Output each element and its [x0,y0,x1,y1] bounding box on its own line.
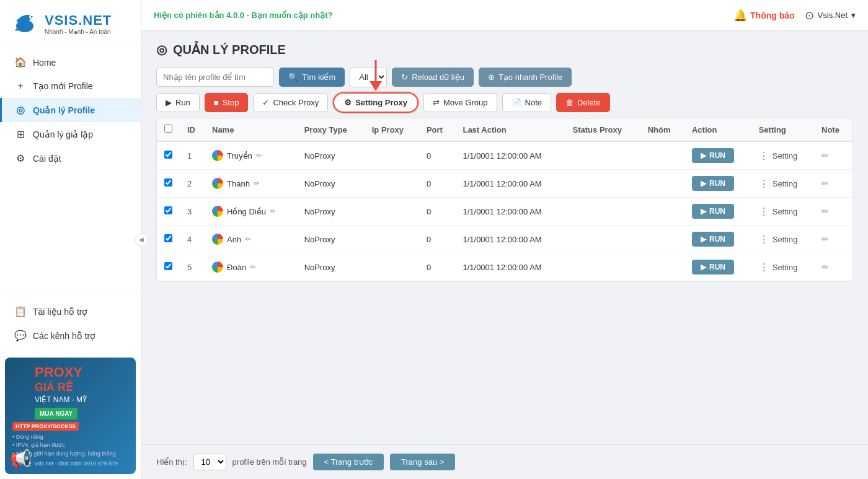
row-setting: ⋮ Setting [751,253,814,281]
row-checkbox[interactable] [164,234,172,242]
edit-name-icon[interactable]: ✏ [245,235,251,244]
stop-button[interactable]: ■ Stop [205,93,249,112]
row-status-proxy [565,141,640,170]
toolbar-row-1: 🔍 Tìm kiếm All ↻ Reload dữ liệu ⊕ Tạo nh… [156,67,853,87]
sidebar-collapse-button[interactable]: ◀ [135,233,148,247]
row-last-action: 1/1/0001 12:00:00 AM [455,253,565,281]
dots-menu-icon[interactable]: ⋮ [759,234,769,245]
prev-page-button[interactable]: < Trang trước [313,454,384,470]
th-setting: Setting [751,118,814,141]
reload-button[interactable]: ↻ Reload dữ liệu [392,68,474,87]
setting-proxy-button[interactable]: ⚙ Setting Proxy [333,92,418,113]
page-title: ◎ QUẢN LÝ PROFILE [156,42,853,57]
edit-note-icon[interactable]: ✏ [822,206,829,216]
row-nhom [640,170,684,198]
table-row: 3 Hồng Diều ✏ NoProxy 0 1/1/0001 12:00:0… [157,198,852,226]
search-input[interactable] [156,68,274,87]
sidebar-item-label: Quản lý giả lập [33,130,93,139]
setting-proxy-icon: ⚙ [344,98,352,107]
setting-label[interactable]: Setting [773,151,797,160]
megaphone-icon: 📢 [10,449,32,469]
row-setting: ⋮ Setting [751,198,814,226]
edit-name-icon[interactable]: ✏ [250,263,256,271]
play-icon: ▶ [701,179,706,188]
ad-country: VIỆT NAM - MỸ [35,395,128,404]
move-group-button[interactable]: ⇄ Move Group [423,93,497,112]
row-note: ✏ [814,226,852,253]
row-last-action: 1/1/0001 12:00:00 AM [455,141,565,170]
edit-name-icon[interactable]: ✏ [254,179,260,188]
search-icon: 🔍 [288,73,298,82]
sidebar-item-manage-virtual[interactable]: ⊞ Quản lý giả lập [0,122,141,146]
setting-label[interactable]: Setting [773,179,797,188]
row-checkbox[interactable] [164,206,172,214]
sidebar-item-home[interactable]: 🏠 Home [0,50,141,74]
play-icon: ▶ [701,235,706,244]
update-notice[interactable]: Hiện có phiên bản 4.0.0 - Bạn muốn cập n… [154,11,333,20]
row-setting: ⋮ Setting [751,226,814,253]
row-proxy-type: NoProxy [297,170,365,198]
notification-button[interactable]: 🔔 Thông báo [733,9,795,22]
row-port: 0 [419,226,456,253]
setting-proxy-button-label: Setting Proxy [355,98,407,107]
edit-note-icon[interactable]: ✏ [822,178,829,188]
ad-buy-button[interactable]: MUA NGAY [35,408,78,420]
sidebar-item-docs[interactable]: 📋 Tài liệu hỗ trợ [0,299,141,323]
edit-name-icon[interactable]: ✏ [270,207,276,216]
create-profile-icon: ⊕ [488,73,495,82]
edit-note-icon[interactable]: ✏ [822,151,829,160]
check-proxy-button[interactable]: ✓ Check Proxy [253,93,328,112]
row-run-button[interactable]: ▶ RUN [692,148,734,163]
chrome-icon [212,178,223,189]
delete-button[interactable]: 🗑 Delete [556,93,610,112]
create-profile-button[interactable]: ⊕ Tạo nhanh Profile [479,68,572,87]
next-page-button[interactable]: Trang sau > [390,454,455,470]
sidebar-item-create-profile[interactable]: + Tạo mới Profile [0,74,141,98]
dots-menu-icon[interactable]: ⋮ [759,206,769,218]
row-checkbox[interactable] [164,178,172,187]
table-row: 5 Đoàn ✏ NoProxy 0 1/1/0001 12:00:00 AM … [157,253,852,281]
page-title-icon: ◎ [156,42,167,57]
edit-note-icon[interactable]: ✏ [822,262,829,272]
edit-name-icon[interactable]: ✏ [256,151,262,160]
profile-table-container: ID Name Proxy Type Ip Proxy Port Last Ac… [156,118,853,282]
row-port: 0 [419,253,456,281]
row-checkbox[interactable] [164,151,172,159]
run-button-label: Run [175,98,190,107]
dots-menu-icon[interactable]: ⋮ [759,261,769,273]
row-nhom [640,198,684,226]
sidebar-item-settings[interactable]: ⚙ Cài đặt [0,146,141,170]
ad-badge: HTTP PROXY/SOCKS5 [12,422,79,431]
search-button[interactable]: 🔍 Tìm kiếm [279,68,345,87]
setting-label[interactable]: Setting [773,235,797,244]
row-run-button[interactable]: ▶ RUN [692,204,734,219]
select-all-checkbox[interactable] [164,125,172,133]
row-id: 1 [180,141,205,170]
row-run-button[interactable]: ▶ RUN [692,260,734,275]
move-group-icon: ⇄ [433,98,440,107]
row-port: 0 [419,141,456,170]
dots-menu-icon[interactable]: ⋮ [759,150,769,162]
dots-menu-icon[interactable]: ⋮ [759,178,769,190]
row-action: ▶ RUN [684,141,751,170]
note-icon: 📄 [512,98,521,107]
edit-note-icon[interactable]: ✏ [822,234,829,244]
profile-name-text: Anh [227,235,241,244]
run-button[interactable]: ▶ Run [156,93,200,112]
row-checkbox[interactable] [164,262,172,270]
sidebar-ad[interactable]: PROXY GIÁ RẺ VIỆT NAM - MỸ MUA NGAY HTTP… [5,358,136,474]
note-button[interactable]: 📄 Note [502,93,551,112]
per-page-select[interactable]: 10 25 50 [193,454,226,470]
row-note: ✏ [814,141,852,170]
setting-label[interactable]: Setting [773,263,797,272]
sidebar-item-label: Các kênh hỗ trợ [33,331,95,341]
row-name: Anh ✏ [205,226,297,253]
sidebar-item-channels[interactable]: 💬 Các kênh hỗ trợ [0,323,141,348]
row-run-button[interactable]: ▶ RUN [692,176,734,191]
sidebar-item-manage-profile[interactable]: ◎ Quản lý Profile [0,98,141,122]
gear-icon: ⚙ [14,152,27,164]
setting-label[interactable]: Setting [773,207,797,216]
row-run-button[interactable]: ▶ RUN [692,232,734,247]
stop-button-label: Stop [223,98,239,107]
user-menu-button[interactable]: ⊙ Vsis.Net ▾ [805,9,856,22]
